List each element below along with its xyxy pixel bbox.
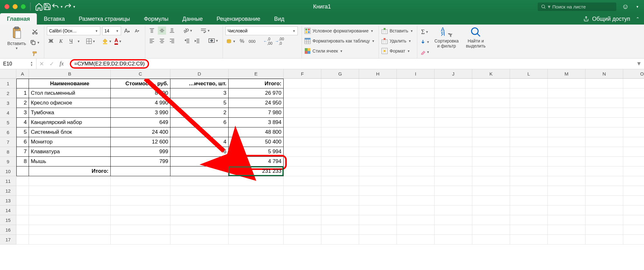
row-header-9[interactable]: 9 [0, 157, 16, 166]
cell-H15[interactable] [359, 215, 397, 225]
cell-K14[interactable] [472, 205, 510, 215]
cell-F17[interactable] [284, 235, 321, 245]
tab-home[interactable]: Главная [0, 13, 37, 25]
col-header-O[interactable]: O [623, 69, 644, 78]
tab-page-layout[interactable]: Разметка страницы [72, 13, 137, 25]
cell-N6[interactable] [586, 127, 623, 137]
search-input[interactable] [552, 4, 613, 9]
row-header-1[interactable]: 1 [0, 79, 16, 88]
spreadsheet-grid[interactable]: 1234567891011121314151617 НаименованиеСт… [0, 79, 644, 270]
cell-F4[interactable] [284, 108, 321, 118]
col-header-K[interactable]: K [472, 69, 510, 78]
row-header-14[interactable]: 14 [0, 205, 16, 215]
cell-C5[interactable]: 649 [111, 118, 170, 127]
cell-F16[interactable] [284, 225, 321, 235]
col-header-A[interactable]: A [16, 69, 29, 78]
cell-O8[interactable] [623, 147, 644, 157]
cell-H11[interactable] [359, 176, 397, 186]
cell-N12[interactable] [586, 186, 623, 196]
bold-button[interactable]: Ж [47, 37, 55, 45]
cell-N13[interactable] [586, 196, 623, 205]
cell-E2[interactable]: 26 970 [229, 88, 284, 98]
cell-G16[interactable] [321, 225, 359, 235]
cell-E5[interactable]: 3 894 [229, 118, 284, 127]
tab-formulas[interactable]: Формулы [137, 13, 175, 25]
fill-color-button[interactable]: ▼ [102, 37, 112, 45]
cell-C10[interactable] [111, 166, 170, 176]
insert-cells-button[interactable]: Вставить▼ [381, 26, 413, 35]
cell-N9[interactable] [586, 157, 623, 166]
cell-E17[interactable] [229, 235, 284, 245]
cell-E1[interactable]: Итого: [229, 79, 284, 88]
increase-font-icon[interactable]: A▴ [123, 27, 131, 35]
cell-H16[interactable] [359, 225, 397, 235]
zoom-window[interactable] [21, 4, 26, 9]
comma-icon[interactable]: 000 [248, 37, 256, 45]
cell-J14[interactable] [435, 205, 472, 215]
cell-A12[interactable] [16, 186, 29, 196]
cell-G17[interactable] [321, 235, 359, 245]
cell-D10[interactable] [170, 166, 229, 176]
feedback-icon[interactable]: ☺ [622, 3, 629, 11]
copy-icon[interactable]: ▼ [30, 38, 40, 47]
decrease-font-icon[interactable]: A▾ [133, 27, 141, 35]
cell-B13[interactable] [29, 196, 111, 205]
cell-M16[interactable] [548, 225, 586, 235]
cell-I10[interactable] [397, 166, 435, 176]
cell-K17[interactable] [472, 235, 510, 245]
italic-button[interactable]: К [57, 37, 65, 45]
cell-B3[interactable]: Кресло офисное [29, 98, 111, 108]
cell-I7[interactable] [397, 137, 435, 147]
cell-E14[interactable] [229, 205, 284, 215]
cell-A4[interactable]: 3 [16, 108, 29, 118]
cell-H1[interactable] [359, 79, 397, 88]
cell-H10[interactable] [359, 166, 397, 176]
cell-I3[interactable] [397, 98, 435, 108]
tab-insert[interactable]: Вставка [37, 13, 72, 25]
cell-D2[interactable]: 3 [170, 88, 229, 98]
cell-H9[interactable] [359, 157, 397, 166]
cell-A16[interactable] [16, 225, 29, 235]
col-header-I[interactable]: I [397, 69, 435, 78]
search-box[interactable]: ▾ [538, 3, 616, 11]
cell-I16[interactable] [397, 225, 435, 235]
cell-O12[interactable] [623, 186, 644, 196]
align-bottom-icon[interactable] [168, 26, 176, 35]
row-header-4[interactable]: 4 [0, 108, 16, 118]
cell-E7[interactable]: 50 400 [229, 137, 284, 147]
cell-E8[interactable]: 5 994 [229, 147, 284, 157]
cell-I14[interactable] [397, 205, 435, 215]
cell-I15[interactable] [397, 215, 435, 225]
merge-icon[interactable]: ▼ [208, 37, 219, 45]
save-icon[interactable] [43, 3, 51, 11]
cell-C12[interactable] [111, 186, 170, 196]
cell-G9[interactable] [321, 157, 359, 166]
fill-handle[interactable] [282, 175, 284, 176]
col-header-H[interactable]: H [359, 69, 397, 78]
col-header-D[interactable]: D [170, 69, 229, 78]
cell-M2[interactable] [548, 88, 586, 98]
cell-B7[interactable]: Монитор [29, 137, 111, 147]
cell-C6[interactable]: 24 400 [111, 127, 170, 137]
cell-I5[interactable] [397, 118, 435, 127]
conditional-formatting-button[interactable]: Условное форматирование▼ [304, 26, 375, 35]
cell-G11[interactable] [321, 176, 359, 186]
cut-icon[interactable] [30, 28, 40, 36]
cell-H6[interactable] [359, 127, 397, 137]
cell-G12[interactable] [321, 186, 359, 196]
cell-M11[interactable] [548, 176, 586, 186]
cell-M5[interactable] [548, 118, 586, 127]
fill-icon[interactable]: ▼ [420, 38, 430, 46]
cell-I13[interactable] [397, 196, 435, 205]
cell-C14[interactable] [111, 205, 170, 215]
cell-K5[interactable] [472, 118, 510, 127]
cell-H4[interactable] [359, 108, 397, 118]
align-left-icon[interactable] [148, 37, 156, 45]
format-cells-button[interactable]: Формат▼ [381, 47, 413, 55]
cell-J6[interactable] [435, 127, 472, 137]
number-format-selector[interactable]: Числовой▼ [225, 26, 298, 35]
tab-data[interactable]: Данные [175, 13, 210, 25]
cell-F12[interactable] [284, 186, 321, 196]
align-center-icon[interactable] [158, 37, 166, 45]
cell-C1[interactable]: Стоимость, руб. [111, 79, 170, 88]
